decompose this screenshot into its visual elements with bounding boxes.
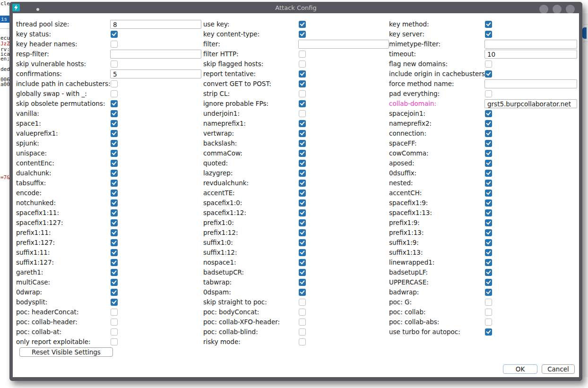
checkbox-key-status[interactable] (111, 31, 118, 38)
checkbox-tabwrap[interactable] (299, 279, 306, 286)
checkbox-spacefix1-13[interactable] (485, 209, 492, 216)
checkbox-suffix1-12[interactable] (299, 249, 306, 256)
checkbox-aposed[interactable] (485, 160, 492, 167)
checkbox-key-server[interactable] (485, 31, 492, 38)
checkbox-skip-vulnerable-hosts[interactable] (111, 60, 118, 68)
checkbox-poc-headerconcat[interactable] (111, 309, 118, 316)
checkbox-key-method[interactable] (485, 21, 492, 28)
checkbox-poc-collab-blind[interactable] (299, 328, 306, 336)
checkbox-ignore-probable-fps[interactable] (299, 100, 306, 107)
checkbox-prefix1-9[interactable] (485, 219, 492, 226)
checkbox-skip-straight-to-poc[interactable] (299, 299, 306, 306)
checkbox-uppercase[interactable] (485, 279, 492, 286)
checkbox-poc-collab[interactable] (485, 309, 492, 316)
checkbox-gareth1[interactable] (111, 269, 118, 276)
checkbox-include-origin-in-cachebusters[interactable] (485, 70, 492, 78)
checkbox-connection[interactable] (485, 130, 492, 137)
checkbox-bodysplit[interactable] (111, 299, 118, 306)
checkbox-badsetuplf[interactable] (485, 269, 492, 276)
checkbox-flag-new-domains[interactable] (485, 60, 492, 68)
input-filter[interactable] (298, 40, 389, 49)
checkbox-underjoin1[interactable] (299, 110, 306, 117)
checkbox-spacefix1-11[interactable] (111, 209, 118, 216)
checkbox-key-content-type[interactable] (299, 31, 306, 38)
minimize-button[interactable] (539, 5, 548, 14)
checkbox-badwrap[interactable] (485, 289, 492, 296)
checkbox-strip-cl[interactable] (299, 90, 306, 97)
checkbox-suffix1-127[interactable] (111, 259, 118, 266)
checkbox-unispace[interactable] (111, 150, 118, 157)
checkbox-filter-http[interactable] (299, 51, 306, 58)
checkbox-nameprefix2[interactable] (485, 120, 492, 127)
checkbox-poc-collab-at[interactable] (111, 328, 118, 336)
checkbox-linewrapped1[interactable] (485, 259, 492, 266)
checkbox-use-key[interactable] (299, 21, 306, 28)
reset-visible-settings-button[interactable]: Reset Visible Settings (19, 347, 113, 357)
checkbox-cowcomma[interactable] (485, 150, 492, 157)
checkbox-include-path-in-cachebusters[interactable] (111, 80, 118, 87)
checkbox-spacefix1-0[interactable] (299, 199, 306, 207)
checkbox-notchunked[interactable] (111, 199, 118, 207)
checkbox-skip-obsolete-permutations[interactable] (111, 100, 118, 107)
checkbox-0dsuffix[interactable] (485, 170, 492, 177)
checkbox-lazygrep[interactable] (299, 170, 306, 177)
checkbox-spjunk[interactable] (111, 140, 118, 147)
checkbox-prefix1-12[interactable] (299, 229, 306, 236)
checkbox-skip-flagged-hosts[interactable] (299, 60, 306, 68)
maximize-button[interactable] (553, 5, 562, 14)
checkbox-risky-mode[interactable] (299, 338, 306, 345)
checkbox-spacefix1-9[interactable] (485, 199, 492, 207)
checkbox-poc-g[interactable] (485, 299, 492, 306)
input-timeout[interactable] (484, 50, 577, 59)
input-mimetype-filter[interactable] (484, 40, 577, 49)
checkbox-contentenc[interactable] (111, 160, 118, 167)
checkbox-valueprefix1[interactable] (111, 130, 118, 137)
checkbox-nospace1[interactable] (299, 259, 306, 266)
checkbox-0dwrap[interactable] (111, 289, 118, 296)
checkbox-spacejoin1[interactable] (485, 110, 492, 117)
checkbox-suffix1-0[interactable] (299, 239, 306, 246)
checkbox-vertwrap[interactable] (299, 130, 306, 137)
checkbox-poc-bodyconcat[interactable] (299, 309, 306, 316)
checkbox-prefix1-0[interactable] (299, 219, 306, 226)
checkbox-quoted[interactable] (299, 160, 306, 167)
checkbox-backslash[interactable] (299, 140, 306, 147)
checkbox-poc-collab-abs[interactable] (485, 319, 492, 326)
input-resp-filter[interactable] (110, 50, 201, 59)
checkbox-accentte[interactable] (299, 190, 306, 197)
checkbox-revdualchunk[interactable] (299, 180, 306, 187)
checkbox-spacefix1-127[interactable] (111, 219, 118, 226)
checkbox-prefix1-13[interactable] (485, 229, 492, 236)
checkbox-nameprefix1[interactable] (299, 120, 306, 127)
checkbox-prefix1-127[interactable] (111, 239, 118, 246)
checkbox-commacow[interactable] (299, 150, 306, 157)
checkbox-suffix1-11[interactable] (111, 249, 118, 256)
close-button[interactable] (566, 5, 575, 14)
checkbox-vanilla[interactable] (111, 110, 118, 117)
input-thread-pool-size[interactable] (110, 20, 201, 29)
checkbox-convert-get-to-post[interactable] (299, 80, 306, 87)
checkbox-badsetupcr[interactable] (299, 269, 306, 276)
checkbox-pad-everything[interactable] (485, 90, 492, 97)
input-confirmations[interactable] (110, 69, 201, 78)
checkbox-space1[interactable] (111, 120, 118, 127)
ok-button[interactable]: OK (503, 364, 537, 374)
checkbox-suffix1-9[interactable] (485, 239, 492, 246)
cancel-button[interactable]: Cancel (542, 364, 575, 374)
checkbox-tabsuffix[interactable] (111, 180, 118, 187)
checkbox-suffix1-13[interactable] (485, 249, 492, 256)
checkbox-spaceff[interactable] (485, 140, 492, 147)
checkbox-key-header-names[interactable] (111, 41, 118, 48)
checkbox-poc-collab-header[interactable] (111, 319, 118, 326)
checkbox-encode[interactable] (111, 190, 118, 197)
checkbox-prefix1-11[interactable] (111, 229, 118, 236)
checkbox-multicase[interactable] (111, 279, 118, 286)
checkbox-poc-collab-xfo-header[interactable] (299, 319, 306, 326)
checkbox-report-tentative[interactable] (299, 70, 306, 78)
titlebar[interactable]: Attack Config (9, 2, 582, 13)
checkbox-spacefix1-12[interactable] (299, 209, 306, 216)
input-force-method-name[interactable] (484, 79, 577, 88)
checkbox-use-turbo-for-autopoc[interactable] (485, 328, 492, 336)
checkbox-nested[interactable] (485, 180, 492, 187)
checkbox-0dspam[interactable] (299, 289, 306, 296)
